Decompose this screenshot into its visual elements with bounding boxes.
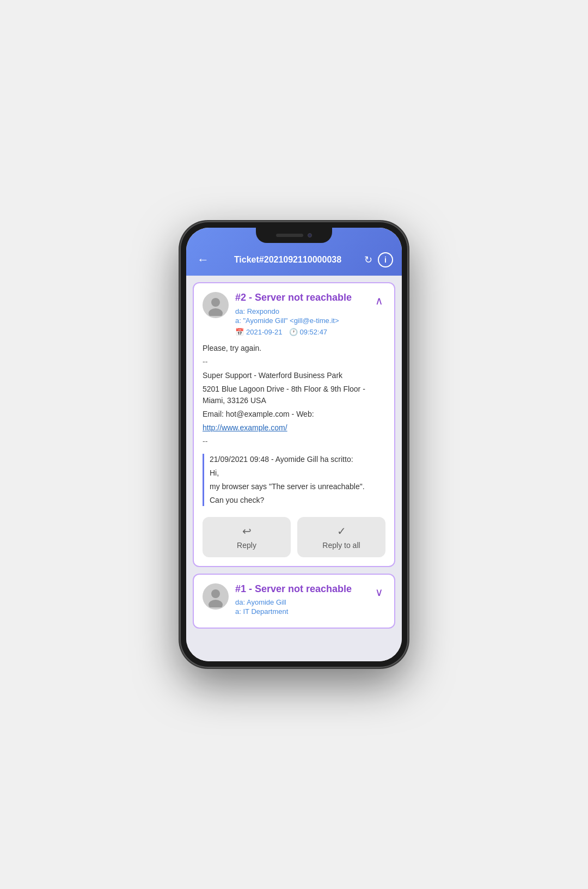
sig-line3: Email: hot@example.com - Web: <box>203 409 385 420</box>
card-from-2: da: Rexpondo <box>235 307 366 315</box>
quoted-line1: Hi, <box>210 467 385 479</box>
card-header-1: #1 - Server not reachable da: Ayomide Gi… <box>194 575 394 628</box>
card-body-2: Please, try again. -- Super Support - Wa… <box>194 343 394 517</box>
collapse-button-2[interactable]: ∧ <box>373 292 385 309</box>
reply-all-label: Reply to all <box>322 541 360 550</box>
reply-icon: ↩ <box>242 525 252 538</box>
reply-button[interactable]: ↩ Reply <box>203 517 291 557</box>
card-actions-2: ↩ Reply ✓ Reply to all <box>194 517 394 566</box>
card-time-2: 🕐 09:52:47 <box>289 328 328 336</box>
card-meta-2: #2 - Server not reachable da: Rexpondo a… <box>235 292 366 336</box>
card-title-2: #2 - Server not reachable <box>235 292 366 304</box>
back-button[interactable]: ← <box>195 251 211 269</box>
svg-point-1 <box>211 298 220 307</box>
reply-label: Reply <box>237 541 256 550</box>
separator-1: -- <box>203 356 385 368</box>
quoted-block: 21/09/2021 09:48 - Ayomide Gill ha scrit… <box>203 454 385 506</box>
notch <box>256 228 332 243</box>
body-line1: Please, try again. <box>203 343 385 354</box>
phone-screen: ← Ticket#2021092110000038 ↻ i <box>186 228 402 661</box>
card-from-1: da: Ayomide Gill <box>235 598 366 606</box>
sig-line1: Super Support - Waterford Business Park <box>203 370 385 381</box>
refresh-button[interactable]: ↻ <box>364 254 372 266</box>
expand-button-1[interactable]: ∨ <box>373 583 385 601</box>
avatar-1 <box>203 583 229 610</box>
quoted-header: 21/09/2021 09:48 - Ayomide Gill ha scrit… <box>210 454 385 465</box>
svg-point-4 <box>211 589 220 598</box>
header-actions: ↻ i <box>364 252 393 267</box>
card-to-2: a: "Ayomide Gill" <gill@e-time.it> <box>235 316 366 325</box>
card-to-1: a: IT Department <box>235 607 366 616</box>
calendar-icon: 📅 <box>235 328 244 336</box>
clock-icon: 🕐 <box>289 328 298 336</box>
card-title-1: #1 - Server not reachable <box>235 583 366 595</box>
notch-speaker <box>276 234 303 237</box>
info-button[interactable]: i <box>378 252 393 267</box>
reply-all-icon: ✓ <box>337 525 346 538</box>
quoted-line3: Can you check? <box>210 495 385 506</box>
ticket-card-1: #1 - Server not reachable da: Ayomide Gi… <box>193 574 395 629</box>
sig-line2: 5201 Blue Lagoon Drive - 8th Floor & 9th… <box>203 383 385 406</box>
card-date-2: 📅 2021-09-21 <box>235 328 283 336</box>
ticket-card-2: #2 - Server not reachable da: Rexpondo a… <box>193 282 395 567</box>
separator-2: -- <box>203 436 385 447</box>
content-area: #2 - Server not reachable da: Rexpondo a… <box>186 276 402 661</box>
avatar-2 <box>203 292 229 318</box>
card-meta-1: #1 - Server not reachable da: Ayomide Gi… <box>235 583 366 619</box>
reply-all-button[interactable]: ✓ Reply to all <box>297 517 385 557</box>
card-header-2: #2 - Server not reachable da: Rexpondo a… <box>194 283 394 343</box>
card-datetime-2: 📅 2021-09-21 🕐 09:52:47 <box>235 328 366 336</box>
quoted-line2: my browser says "The server is unreachab… <box>210 481 385 492</box>
sig-link[interactable]: http://www.example.com/ <box>203 423 287 432</box>
header-title: Ticket#2021092110000038 <box>218 255 358 265</box>
phone-frame: ← Ticket#2021092110000038 ↻ i <box>180 221 408 668</box>
notch-camera <box>308 233 312 238</box>
